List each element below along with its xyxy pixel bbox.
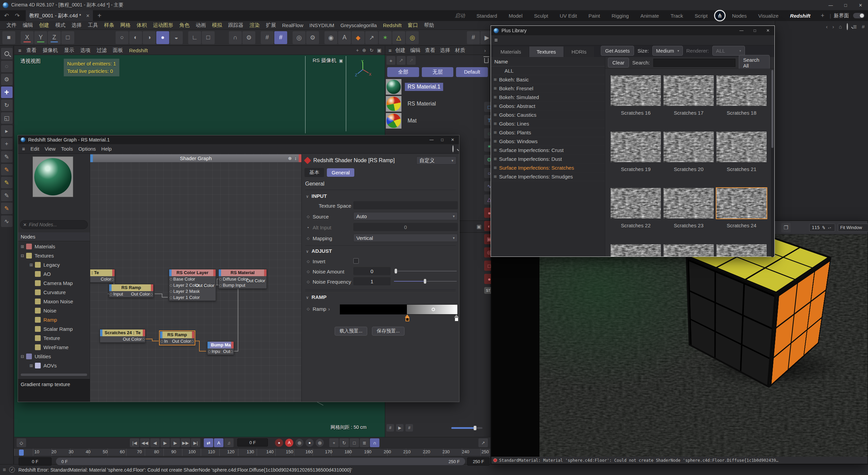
- node-tree-item[interactable]: Curvature: [18, 288, 90, 297]
- shader-graph-canvas[interactable]: Shader Graph ⊕ ↕ 02 : Te Color RS Ramp: [90, 154, 301, 402]
- layout-item[interactable]: 启动: [455, 13, 465, 19]
- tweak-tool-icon[interactable]: ⚙: [1, 74, 13, 85]
- layout-item[interactable]: Nodes: [732, 13, 747, 19]
- renderer-dropdown[interactable]: ALL▾: [712, 46, 745, 56]
- go-to-end-button[interactable]: ▶|: [191, 438, 200, 447]
- menu-item[interactable]: Redshift: [383, 22, 401, 28]
- find-nodes-searchbar[interactable]: ✕: [20, 220, 88, 229]
- texture-thumbnail[interactable]: [611, 188, 661, 218]
- pen-square-icon[interactable]: ✎: [1, 164, 13, 175]
- node-tree-item[interactable]: ⊟ Utilities: [18, 352, 90, 361]
- camera-icon[interactable]: ▣: [339, 58, 343, 63]
- library-category-item[interactable]: ALL: [491, 66, 605, 75]
- texture-item[interactable]: [609, 244, 662, 256]
- previous-key-button[interactable]: ◀◀: [140, 438, 150, 447]
- noise-amount-slider[interactable]: [394, 267, 457, 275]
- menu-item[interactable]: 选择: [72, 22, 82, 28]
- target-ring-icon[interactable]: ◎: [293, 31, 305, 44]
- texture-thumbnail[interactable]: [716, 75, 767, 106]
- viewport-menu-item[interactable]: 过滤: [97, 47, 107, 54]
- material-row[interactable]: Mat: [385, 112, 490, 129]
- triangle-icon[interactable]: △: [392, 31, 405, 44]
- library-category-item[interactable]: ⊞ Bokeh: Fresnel: [491, 84, 605, 93]
- grid-scrollbar[interactable]: [771, 70, 774, 257]
- range-start-field[interactable]: 0 F: [19, 457, 52, 466]
- in-port-label[interactable]: Base Color: [173, 277, 195, 282]
- texture-item[interactable]: Scratches 16: [609, 75, 662, 132]
- snap-magnet-icon[interactable]: ∩: [370, 438, 379, 447]
- viewport-menu-item[interactable]: 查看: [26, 47, 37, 54]
- in-port-label[interactable]: Layer 1 Color: [173, 295, 200, 300]
- fit-mode-dropdown[interactable]: Fit Window ▾: [838, 224, 868, 232]
- out-port-label[interactable]: Out Color: [246, 278, 265, 283]
- workplane-icon[interactable]: □: [61, 31, 74, 44]
- target-crosshair-icon[interactable]: ◎: [406, 31, 419, 44]
- shader-close-icon[interactable]: ✕: [451, 137, 454, 142]
- viewport-menu-item[interactable]: 显示: [64, 47, 74, 54]
- pick-material-icon[interactable]: ↗: [397, 56, 406, 65]
- adjust-section-header[interactable]: ADJUST: [306, 248, 332, 254]
- library-search-input[interactable]: [653, 59, 735, 67]
- tree-expander-icon[interactable]: ⊞: [494, 139, 499, 144]
- maximize-button[interactable]: □: [838, 0, 853, 10]
- library-category-item[interactable]: ⊞ Gobos: Caustics: [491, 111, 605, 119]
- dock-grid-icon[interactable]: #: [862, 24, 865, 30]
- alt-input-field[interactable]: 0: [353, 223, 458, 231]
- pen-dash-icon[interactable]: ✎: [1, 203, 13, 214]
- dock-list-icon[interactable]: ≣: [853, 24, 857, 30]
- shader-menu-item[interactable]: Edit: [31, 146, 39, 152]
- gear-ring-icon[interactable]: ⚙: [306, 31, 319, 44]
- library-category-item[interactable]: ⊞ Surface Imperfections: Crust: [491, 146, 605, 155]
- tree-expander-icon[interactable]: ⊞: [494, 86, 499, 91]
- shader-menu-item[interactable]: Help: [101, 146, 112, 152]
- texture-item[interactable]: Scratches 22: [609, 188, 662, 244]
- menu-item[interactable]: 样条: [104, 22, 114, 28]
- clear-button[interactable]: Clear: [608, 58, 629, 68]
- texture-item[interactable]: Scratches 18: [715, 75, 768, 132]
- rs-ramp-node-1[interactable]: RS Ramp InputOut Color: [109, 284, 154, 298]
- out-port-label[interactable]: Out: [223, 348, 230, 355]
- tab-close-icon[interactable]: ✕: [86, 13, 90, 18]
- snap-position-icon[interactable]: +: [329, 438, 339, 447]
- in-port-label[interactable]: Diffuse Color: [223, 277, 248, 282]
- multi-transform-icon[interactable]: +: [1, 138, 13, 150]
- material-filter-button[interactable]: Default: [456, 67, 488, 77]
- material-preview[interactable]: [33, 156, 73, 197]
- node-tree-item[interactable]: ⊞ Materials: [18, 242, 90, 251]
- view-pan-icon[interactable]: +: [356, 48, 359, 53]
- status-hamburger-icon[interactable]: ≡: [3, 467, 6, 473]
- in-port-label[interactable]: Input: [113, 291, 123, 297]
- material-menu-item[interactable]: 选择: [440, 47, 450, 54]
- noise-amount-field[interactable]: 0: [353, 267, 391, 275]
- layout-item[interactable]: Paint: [589, 13, 600, 19]
- tree-expander-icon[interactable]: ⊞: [494, 113, 499, 117]
- add-material-button[interactable]: +: [387, 56, 395, 65]
- layout-item[interactable]: UV Edit: [560, 13, 577, 19]
- view-zoom-icon[interactable]: ⊕: [362, 48, 366, 53]
- redo-icon[interactable]: ↷: [13, 11, 22, 20]
- in-port-label[interactable]: Layer 2 Mask: [173, 289, 200, 294]
- search-icon[interactable]: [1, 48, 13, 59]
- play-button[interactable]: ▶: [160, 438, 170, 447]
- texture-item[interactable]: Scratches 23: [662, 188, 715, 244]
- sketch-icon[interactable]: ∿: [1, 215, 13, 227]
- menu-item[interactable]: 模拟: [212, 22, 222, 28]
- shading-mode-half-icon[interactable]: ◐: [129, 31, 142, 44]
- view-toggle-icon[interactable]: ▣: [377, 48, 381, 53]
- shader-menu-item[interactable]: Options: [78, 146, 96, 152]
- menu-item[interactable]: Greyscalegorilla: [340, 22, 377, 28]
- timeline-ruler[interactable]: 0102030405060708090100110120130140150160…: [14, 448, 490, 456]
- rs-ramp-node-2-selected[interactable]: RS Ramp InOut Color: [160, 331, 195, 345]
- preview-range-bar[interactable]: 0 F 250 F: [56, 458, 465, 465]
- magnet-snap-icon[interactable]: ∩: [229, 31, 242, 44]
- material-thumbnail[interactable]: [386, 79, 401, 95]
- bump-map-node[interactable]: Bump Ma InpuOut: [207, 341, 234, 355]
- library-category-item[interactable]: ⊞ Gobos: Lines: [491, 119, 605, 128]
- cursor-move-icon[interactable]: ▸: [1, 125, 13, 137]
- noise-frequency-field[interactable]: 1: [353, 277, 391, 285]
- layout-item[interactable]: Redshift: [790, 13, 810, 19]
- playhead[interactable]: [19, 450, 24, 456]
- material-menu-item[interactable]: 材质: [455, 47, 465, 54]
- menu-item[interactable]: 角色: [179, 22, 190, 28]
- add-layout-button[interactable]: +: [818, 11, 827, 20]
